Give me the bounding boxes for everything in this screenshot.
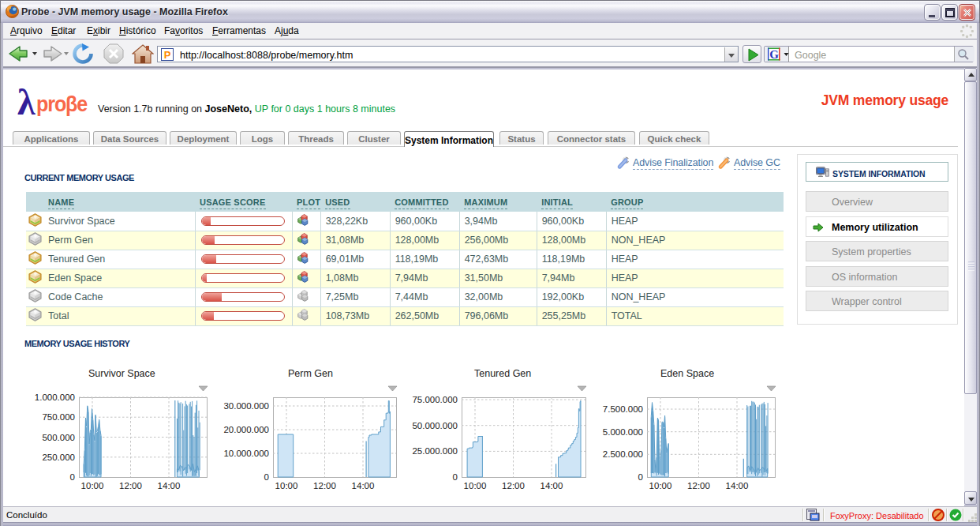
svg-text:500.000: 500.000 [42, 433, 75, 442]
svg-text:250.000: 250.000 [42, 453, 75, 462]
svg-text:25.000.000: 25.000.000 [412, 446, 458, 456]
svg-text:14:00: 14:00 [726, 481, 749, 490]
svg-text:14:00: 14:00 [540, 481, 563, 490]
svg-text:2.500.000: 2.500.000 [603, 449, 643, 459]
svg-text:0: 0 [70, 472, 75, 482]
svg-text:10:00: 10:00 [81, 481, 104, 490]
svg-text:5.000.000: 5.000.000 [603, 427, 643, 437]
svg-text:12:00: 12:00 [687, 481, 710, 490]
svg-text:10:00: 10:00 [275, 481, 298, 490]
svg-text:10:00: 10:00 [649, 481, 672, 490]
svg-text:14:00: 14:00 [352, 481, 375, 490]
svg-text:7.500.000: 7.500.000 [603, 404, 643, 414]
svg-text:30.000.000: 30.000.000 [223, 401, 269, 411]
svg-text:14:00: 14:00 [158, 481, 181, 490]
svg-text:10:00: 10:00 [464, 481, 487, 490]
svg-text:1.000.000: 1.000.000 [35, 393, 75, 402]
svg-text:0: 0 [264, 472, 269, 482]
svg-text:10.000.000: 10.000.000 [223, 449, 269, 458]
svg-text:12:00: 12:00 [119, 481, 142, 490]
svg-text:20.000.000: 20.000.000 [223, 425, 269, 434]
svg-text:50.000.000: 50.000.000 [412, 421, 458, 430]
svg-text:0: 0 [638, 472, 643, 482]
svg-text:0: 0 [453, 472, 458, 482]
svg-text:12:00: 12:00 [313, 481, 336, 490]
svg-text:75.000.000: 75.000.000 [412, 395, 458, 404]
svg-text:750.000: 750.000 [42, 412, 75, 422]
svg-text:12:00: 12:00 [502, 481, 525, 490]
